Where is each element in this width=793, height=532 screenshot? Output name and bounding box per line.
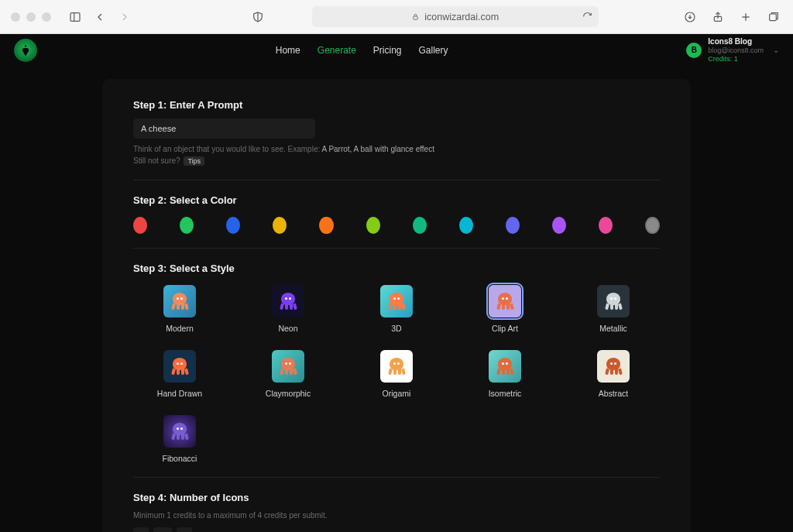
- nav-item-generate[interactable]: Generate: [318, 45, 356, 56]
- avatar: B: [686, 43, 702, 58]
- color-swatch[interactable]: [413, 217, 427, 234]
- lock-icon: [411, 12, 420, 21]
- app-logo[interactable]: [14, 39, 37, 62]
- color-swatch[interactable]: [180, 217, 194, 234]
- step4-title: Step 4: Number of Icons: [133, 492, 660, 503]
- chevron-down-icon: ⌄: [773, 46, 779, 56]
- nav-item-gallery[interactable]: Gallery: [419, 45, 448, 56]
- traffic-zoom[interactable]: [42, 12, 51, 22]
- hint-example: A Parrot, A ball with glance effect: [321, 145, 434, 153]
- reload-icon[interactable]: [582, 12, 592, 22]
- style-thumb: [489, 350, 521, 383]
- style-thumb: [272, 285, 304, 317]
- color-swatch[interactable]: [273, 217, 287, 234]
- traffic-lights: [11, 12, 51, 22]
- color-row: [133, 217, 660, 234]
- style-label: Modern: [166, 324, 194, 333]
- color-swatch[interactable]: [645, 217, 660, 234]
- style-grid: ModernNeon3DClip ArtMetallicHand DrawnCl…: [133, 285, 660, 463]
- style-thumb: [163, 285, 196, 317]
- step1-hint2: Still not sure? Tips: [133, 156, 660, 166]
- step4-section: Step 4: Number of Icons Minimum 1 credit…: [133, 492, 660, 532]
- style-option-3d[interactable]: 3D: [350, 285, 443, 333]
- tab-overview-icon[interactable]: [765, 9, 782, 26]
- style-label: Origami: [383, 389, 411, 398]
- color-swatch[interactable]: [319, 217, 333, 234]
- style-thumb: [380, 285, 413, 317]
- sidebar-toggle-icon[interactable]: [67, 9, 84, 26]
- style-option-hand-drawn[interactable]: Hand Drawn: [133, 350, 226, 398]
- url-bar[interactable]: iconwizardai.com: [312, 6, 599, 27]
- color-swatch[interactable]: [226, 217, 240, 234]
- svg-rect-0: [70, 12, 80, 21]
- main-nav: HomeGeneratePricingGallery: [276, 45, 448, 56]
- color-swatch[interactable]: [599, 217, 613, 234]
- privacy-shield-icon[interactable]: [249, 9, 266, 26]
- style-label: 3D: [391, 324, 401, 333]
- increment-button[interactable]: +: [177, 527, 192, 532]
- account-credits: Credits: 1: [708, 55, 764, 63]
- step4-subtitle: Minimum 1 credits to a maximum of 4 cred…: [133, 511, 660, 520]
- downloads-icon[interactable]: [681, 9, 699, 26]
- browser-toolbar: iconwizardai.com: [0, 0, 793, 34]
- style-label: Fibonacci: [163, 454, 197, 463]
- new-tab-icon[interactable]: [737, 9, 754, 26]
- style-thumb: [597, 350, 630, 383]
- account-name: Icons8 Blog: [708, 37, 764, 47]
- back-button[interactable]: [91, 9, 108, 26]
- style-label: Hand Drawn: [157, 389, 202, 398]
- style-thumb: [597, 285, 630, 317]
- style-option-metallic[interactable]: Metallic: [567, 285, 660, 333]
- traffic-minimize[interactable]: [26, 12, 36, 22]
- forward-button: [116, 9, 133, 26]
- style-label: Clip Art: [492, 324, 518, 333]
- color-swatch[interactable]: [459, 217, 473, 234]
- color-swatch[interactable]: [133, 217, 147, 234]
- style-thumb: [272, 350, 304, 383]
- style-thumb: [163, 350, 196, 383]
- tips-chip[interactable]: Tips: [184, 156, 204, 166]
- style-option-origami[interactable]: Origami: [350, 350, 443, 398]
- style-label: Metallic: [599, 324, 627, 333]
- style-label: Claymorphic: [266, 389, 311, 398]
- style-option-abstract[interactable]: Abstract: [567, 350, 660, 398]
- still-not-sure-label: Still not sure?: [133, 156, 180, 165]
- style-thumb: [489, 285, 521, 317]
- style-label: Isometric: [489, 389, 522, 398]
- style-option-fibonacci[interactable]: Fibonacci: [133, 415, 226, 463]
- style-thumb: [163, 415, 196, 448]
- step2-title: Step 2: Select a Color: [133, 194, 660, 206]
- style-thumb: [380, 350, 413, 383]
- style-option-modern[interactable]: Modern: [133, 285, 226, 333]
- quantity-stepper: − 1 +: [133, 527, 660, 532]
- color-swatch[interactable]: [552, 217, 566, 234]
- style-label: Abstract: [599, 389, 629, 398]
- hint-prefix: Think of an object that you would like t…: [133, 145, 321, 153]
- prompt-input[interactable]: [133, 118, 315, 139]
- app-root: HomeGeneratePricingGallery B Icons8 Blog…: [0, 34, 793, 532]
- svg-rect-7: [770, 14, 777, 21]
- style-option-neon[interactable]: Neon: [242, 285, 335, 333]
- style-label: Neon: [278, 324, 297, 333]
- style-option-isometric[interactable]: Isometric: [458, 350, 551, 398]
- nav-item-pricing[interactable]: Pricing: [373, 45, 402, 56]
- app-topbar: HomeGeneratePricingGallery B Icons8 Blog…: [0, 34, 793, 67]
- account-email: blog@icons8.com: [708, 46, 764, 55]
- account-menu[interactable]: B Icons8 Blog blog@icons8.com Credits: 1…: [686, 37, 779, 64]
- style-option-clip-art[interactable]: Clip Art: [458, 285, 551, 333]
- url-host: iconwizardai.com: [424, 12, 499, 22]
- step1-section: Step 1: Enter A Prompt Think of an objec…: [133, 99, 660, 180]
- step3-section: Step 3: Select a Style ModernNeon3DClip …: [133, 263, 660, 478]
- svg-rect-2: [414, 16, 418, 19]
- step1-title: Step 1: Enter A Prompt: [133, 99, 660, 111]
- traffic-close[interactable]: [11, 12, 20, 22]
- color-swatch[interactable]: [506, 217, 520, 234]
- nav-item-home[interactable]: Home: [276, 45, 300, 56]
- step2-section: Step 2: Select a Color: [133, 194, 660, 249]
- share-icon[interactable]: [709, 9, 726, 26]
- color-swatch[interactable]: [366, 217, 380, 234]
- step3-title: Step 3: Select a Style: [133, 263, 660, 274]
- style-option-claymorphic[interactable]: Claymorphic: [242, 350, 335, 398]
- decrement-button[interactable]: −: [133, 527, 149, 532]
- quantity-value: 1: [153, 527, 172, 532]
